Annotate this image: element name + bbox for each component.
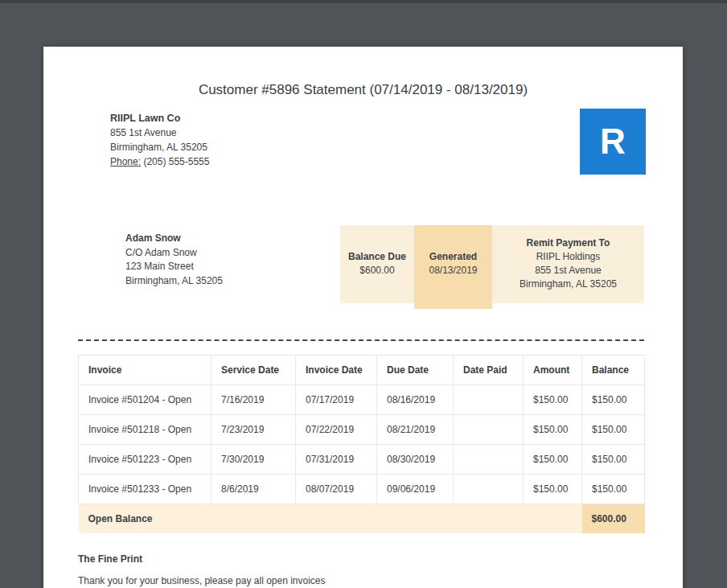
remit-address2: Birmingham, AL 35205 (492, 278, 644, 291)
generated-value: 08/13/2019 (414, 264, 492, 278)
column-header-balance: Balance (582, 356, 645, 385)
cell-due-date: 08/30/2019 (377, 445, 454, 475)
customer-street: 123 Main Street (125, 260, 223, 274)
cell-date-paid (454, 445, 524, 475)
table-row: Invoice #501204 - Open7/16/201907/17/201… (79, 385, 645, 415)
phone-label: Phone: (110, 156, 141, 167)
cell-service-date: 7/30/2019 (212, 445, 296, 475)
invoice-table-foot: Open Balance $600.00 (79, 504, 645, 533)
company-info-block: RIIPL Lawn Co 855 1st Avenue Birmingham,… (110, 111, 209, 175)
invoice-table-head: InvoiceService DateInvoice DateDue DateD… (79, 356, 645, 385)
cell-due-date: 08/16/2019 (377, 385, 454, 415)
cell-service-date: 7/16/2019 (212, 385, 296, 415)
cell-balance: $150.00 (582, 445, 645, 475)
cell-invoice: Invoice #501223 - Open (79, 445, 212, 475)
logo-letter: R (600, 121, 626, 162)
column-header-amount: Amount (524, 356, 582, 385)
table-row: Invoice #501233 - Open8/6/201908/07/2019… (79, 475, 645, 504)
company-header-row: RIIPL Lawn Co 855 1st Avenue Birmingham,… (43, 111, 683, 175)
dashed-divider (78, 339, 644, 341)
cell-balance: $150.00 (582, 385, 645, 415)
open-balance-row: Open Balance $600.00 (79, 504, 645, 533)
cell-invoice: Invoice #501218 - Open (79, 415, 212, 445)
customer-care-of: C/O Adam Snow (125, 246, 223, 261)
summary-boxes: Balance Due $600.00 Generated 08/13/2019… (340, 225, 644, 309)
cell-invoice: Invoice #501233 - Open (79, 475, 212, 504)
cell-date-paid (454, 385, 524, 415)
open-balance-label: Open Balance (79, 504, 582, 533)
customer-city: Birmingham, AL 35205 (125, 274, 223, 289)
customer-summary-row: Adam Snow C/O Adam Snow 123 Main Street … (43, 225, 683, 309)
remit-name: RIIPL Holdings (492, 250, 644, 264)
cell-invoice-date: 07/31/2019 (296, 445, 377, 475)
generated-box: Generated 08/13/2019 (414, 225, 492, 309)
company-name: RIIPL Lawn Co (110, 111, 209, 125)
cell-service-date: 8/6/2019 (212, 475, 296, 504)
open-balance-value: $600.00 (582, 504, 645, 533)
invoice-table-head-row: InvoiceService DateInvoice DateDue DateD… (79, 356, 645, 385)
cell-balance: $150.00 (582, 475, 645, 504)
fine-print-heading: The Fine Print (78, 553, 683, 565)
cell-invoice-date: 07/17/2019 (296, 385, 377, 415)
remit-label: Remit Payment To (492, 236, 644, 250)
company-address-line1: 855 1st Avenue (110, 125, 209, 140)
customer-info-block: Adam Snow C/O Adam Snow 123 Main Street … (125, 232, 223, 288)
column-header-invoice-date: Invoice Date (296, 356, 377, 385)
cell-invoice-date: 07/22/2019 (296, 415, 377, 445)
cell-due-date: 08/21/2019 (377, 415, 454, 445)
customer-name: Adam Snow (125, 232, 223, 246)
statement-page: Customer #5896 Statement (07/14/2019 - 0… (43, 47, 683, 588)
viewer-top-strip (0, 0, 727, 3)
table-row: Invoice #501223 - Open7/30/201907/31/201… (79, 445, 645, 475)
cell-balance: $150.00 (582, 415, 645, 445)
fine-print-text: Thank you for your business, please pay … (78, 575, 683, 586)
column-header-service-date: Service Date (212, 356, 296, 385)
company-phone-line: Phone: (205) 555-5555 (110, 154, 209, 169)
cell-service-date: 7/23/2019 (212, 415, 296, 445)
balance-due-label: Balance Due (340, 250, 414, 264)
cell-invoice: Invoice #501204 - Open (79, 385, 212, 415)
invoice-table: InvoiceService DateInvoice DateDue DateD… (78, 355, 645, 533)
cell-invoice-date: 08/07/2019 (296, 475, 377, 504)
cell-due-date: 09/06/2019 (377, 475, 454, 504)
generated-label: Generated (414, 250, 492, 264)
cell-amount: $150.00 (524, 415, 582, 445)
cell-date-paid (454, 415, 524, 445)
cell-amount: $150.00 (524, 475, 582, 504)
column-header-date-paid: Date Paid (454, 356, 524, 385)
cell-amount: $150.00 (524, 445, 582, 475)
balance-due-box: Balance Due $600.00 (340, 225, 414, 303)
table-row: Invoice #501218 - Open7/23/201907/22/201… (79, 415, 645, 445)
invoice-table-body: Invoice #501204 - Open7/16/201907/17/201… (79, 385, 645, 504)
phone-value: (205) 555-5555 (143, 156, 209, 167)
remit-payment-box: Remit Payment To RIIPL Holdings 855 1st … (492, 225, 644, 303)
column-header-invoice: Invoice (79, 356, 212, 385)
column-header-due-date: Due Date (377, 356, 454, 385)
company-logo: R (580, 109, 646, 175)
cell-date-paid (454, 475, 524, 504)
company-address-line2: Birmingham, AL 35205 (110, 140, 209, 154)
page-title: Customer #5896 Statement (07/14/2019 - 0… (43, 82, 683, 98)
balance-due-value: $600.00 (340, 264, 414, 278)
cell-amount: $150.00 (524, 385, 582, 415)
remit-address1: 855 1st Avenue (492, 264, 644, 278)
